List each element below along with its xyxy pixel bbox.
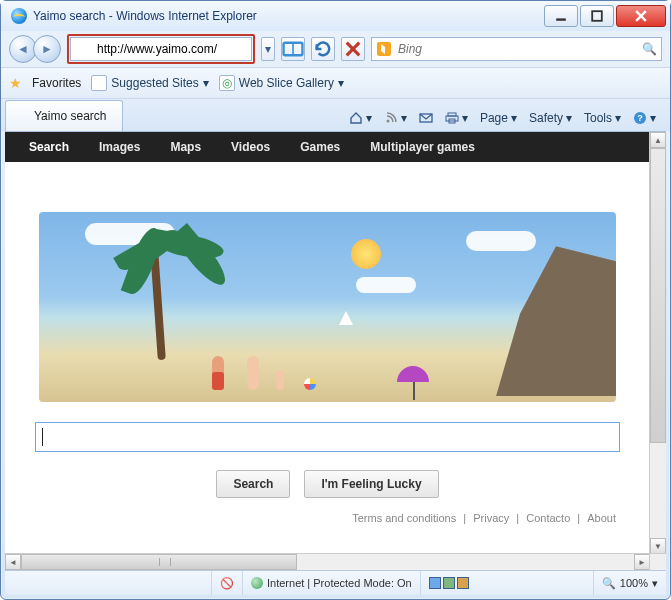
globe-icon <box>251 577 263 589</box>
page-menu-label: Page <box>480 111 508 125</box>
chevron-down-icon: ▾ <box>203 76 209 90</box>
browser-viewport-frame: Search Images Maps Videos Games Multipla… <box>5 131 666 570</box>
palm-trunk-icon <box>151 250 167 360</box>
navigation-toolbar: ◄ ► ▾ 🔍 <box>1 31 670 67</box>
site-footer-links: Terms and conditions | Privacy | Contact… <box>5 508 650 528</box>
status-message <box>5 571 211 595</box>
site-nav: Search Images Maps Videos Games Multipla… <box>5 132 650 162</box>
page-menu[interactable]: Page ▾ <box>476 109 521 127</box>
command-bar: ▾ ▾ ▾ Page ▾ Safety ▾ Tools ▾ ?▾ <box>345 109 666 131</box>
security-zone[interactable]: Internet | Protected Mode: On <box>242 571 420 595</box>
address-input[interactable] <box>95 41 239 57</box>
scroll-down-button[interactable]: ▼ <box>650 538 666 554</box>
main-search-input[interactable] <box>35 422 620 452</box>
suggested-sites-icon <box>91 75 107 91</box>
footer-contacto[interactable]: Contacto <box>526 512 570 524</box>
footer-terms[interactable]: Terms and conditions <box>352 512 456 524</box>
vertical-scrollbar[interactable]: ▲ ▼ <box>649 132 666 554</box>
app-window: Yaimo search - Windows Internet Explorer… <box>0 0 671 600</box>
nav-videos[interactable]: Videos <box>231 140 270 154</box>
palm-leaf-icon <box>170 223 232 291</box>
address-bar[interactable] <box>70 37 252 61</box>
feeds-button[interactable]: ▾ <box>380 109 411 127</box>
page-favicon-icon <box>76 42 90 56</box>
status-addons[interactable] <box>420 571 477 595</box>
zoom-icon: 🔍 <box>602 577 616 590</box>
scroll-up-button[interactable]: ▲ <box>650 132 666 148</box>
home-button[interactable]: ▾ <box>345 109 376 127</box>
maximize-button[interactable] <box>580 5 614 27</box>
text-cursor-icon <box>42 428 43 446</box>
vscroll-thumb[interactable] <box>650 148 666 443</box>
tab-favicon-icon <box>14 109 28 123</box>
safety-menu[interactable]: Safety ▾ <box>525 109 576 127</box>
nav-games[interactable]: Games <box>300 140 340 154</box>
footer-privacy[interactable]: Privacy <box>473 512 509 524</box>
minimize-button[interactable] <box>544 5 578 27</box>
refresh-button[interactable] <box>311 37 335 61</box>
tools-menu-label: Tools <box>584 111 612 125</box>
person-icon <box>212 356 224 390</box>
doodle-image <box>39 212 616 402</box>
horizontal-scrollbar[interactable]: ◄ ► <box>5 553 650 570</box>
footer-about[interactable]: About <box>587 512 616 524</box>
webslice-label: Web Slice Gallery <box>239 76 334 90</box>
favorites-star-icon[interactable]: ★ <box>9 75 22 91</box>
beachball-icon <box>304 378 316 390</box>
zoom-value: 100% <box>620 577 648 589</box>
ie-logo-icon <box>11 8 27 24</box>
cloud-icon <box>466 231 536 251</box>
scroll-right-button[interactable]: ► <box>634 554 650 570</box>
address-dropdown-button[interactable]: ▾ <box>261 37 275 61</box>
page-viewport: Search Images Maps Videos Games Multipla… <box>5 132 650 554</box>
provider-search-input[interactable] <box>396 41 642 57</box>
help-button[interactable]: ?▾ <box>629 109 660 127</box>
hscroll-thumb[interactable] <box>21 554 297 570</box>
safety-menu-label: Safety <box>529 111 563 125</box>
webslice-icon: ◎ <box>219 75 235 91</box>
compat-view-button[interactable] <box>281 37 305 61</box>
tab-title: Yaimo search <box>34 109 106 123</box>
nav-search[interactable]: Search <box>29 140 69 154</box>
window-title: Yaimo search - Windows Internet Explorer <box>33 9 544 23</box>
address-highlight <box>67 34 255 64</box>
chevron-down-icon: ▾ <box>338 76 344 90</box>
nav-images[interactable]: Images <box>99 140 140 154</box>
lucky-button[interactable]: I'm Feeling Lucky <box>304 470 438 498</box>
person-icon <box>276 370 284 390</box>
scroll-corner <box>649 553 666 570</box>
popup-blocker-icon[interactable]: 🚫 <box>211 571 242 595</box>
svg-rect-1 <box>592 11 602 21</box>
zone-text: Internet | Protected Mode: On <box>267 577 412 589</box>
close-button[interactable] <box>616 5 666 27</box>
readmail-button[interactable] <box>415 109 437 127</box>
status-bar: 🚫 Internet | Protected Mode: On 🔍 100% ▾ <box>5 570 666 595</box>
chevron-down-icon: ▾ <box>652 577 658 590</box>
tools-menu[interactable]: Tools ▾ <box>580 109 625 127</box>
search-button[interactable]: Search <box>216 470 290 498</box>
svg-point-8 <box>386 120 389 123</box>
active-tab[interactable]: Yaimo search <box>5 100 123 131</box>
bing-icon <box>377 42 391 56</box>
fav-web-slice[interactable]: ◎ Web Slice Gallery ▾ <box>219 75 344 91</box>
person-icon <box>247 356 259 390</box>
forward-button[interactable]: ► <box>33 35 61 63</box>
nav-multiplayer[interactable]: Multiplayer games <box>370 140 475 154</box>
cloud-icon <box>356 277 416 293</box>
scroll-left-button[interactable]: ◄ <box>5 554 21 570</box>
umbrella-icon <box>397 366 429 382</box>
favorites-label[interactable]: Favorites <box>32 76 81 90</box>
nav-maps[interactable]: Maps <box>170 140 201 154</box>
zoom-control[interactable]: 🔍 100% ▾ <box>593 571 666 595</box>
tab-strip: Yaimo search ▾ ▾ ▾ Page ▾ Safety ▾ Tools… <box>1 99 670 131</box>
search-provider-box[interactable]: 🔍 <box>371 37 662 61</box>
sailboat-icon <box>339 311 353 325</box>
search-go-icon[interactable]: 🔍 <box>642 42 657 56</box>
cliff-icon <box>496 246 616 396</box>
stop-button[interactable] <box>341 37 365 61</box>
suggested-sites-label: Suggested Sites <box>111 76 198 90</box>
print-button[interactable]: ▾ <box>441 109 472 127</box>
favorites-bar: ★ Favorites Suggested Sites ▾ ◎ Web Slic… <box>1 67 670 99</box>
fav-suggested-sites[interactable]: Suggested Sites ▾ <box>91 75 208 91</box>
svg-text:?: ? <box>637 113 643 123</box>
